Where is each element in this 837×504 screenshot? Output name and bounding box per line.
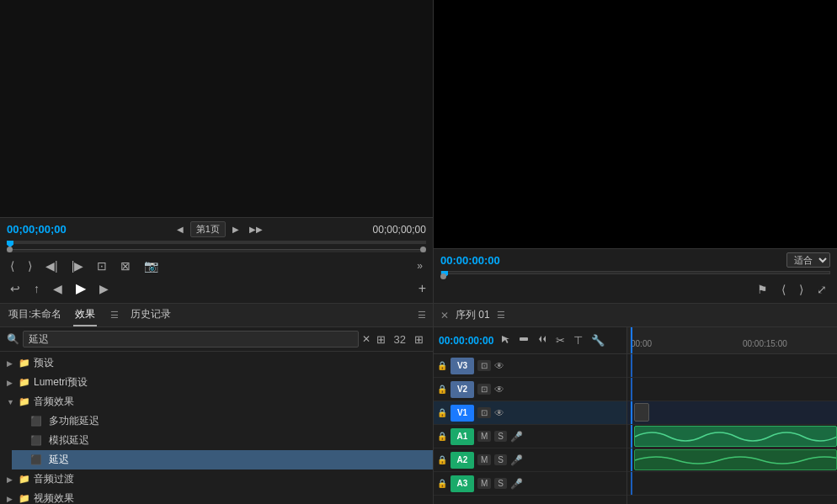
timeline-menu-button[interactable]: ☰ bbox=[497, 310, 505, 321]
track-v3-lock[interactable]: 🔒 bbox=[437, 361, 447, 370]
tab-history[interactable]: 历史记录 bbox=[129, 304, 173, 326]
page-forward-button[interactable]: ▶▶ bbox=[246, 223, 266, 236]
search-tool-1[interactable]: ⊞ bbox=[374, 332, 388, 347]
right-fullscreen-button[interactable]: ⤢ bbox=[813, 281, 830, 298]
track-a1-s[interactable]: S bbox=[494, 431, 507, 442]
timeline-header: ✕ 序列 01 ☰ bbox=[434, 304, 837, 327]
track-v2-label[interactable]: V2 bbox=[450, 381, 474, 398]
track-a1-mic[interactable]: 🎤 bbox=[510, 431, 523, 443]
step-fwd-button[interactable]: ▶ bbox=[96, 280, 112, 297]
more-controls-button[interactable]: » bbox=[413, 258, 426, 273]
track-list: 🔒 V3 ⊡ 👁 🔒 V2 ⊡ 👁 bbox=[434, 354, 626, 504]
tab-effects[interactable]: 效果 bbox=[73, 304, 97, 326]
folder-icon-preset: 📁 bbox=[19, 358, 30, 369]
track-a2-s[interactable]: S bbox=[494, 454, 507, 465]
track-a3-lock[interactable]: 🔒 bbox=[437, 479, 447, 488]
tree-item-preset[interactable]: ▶ 📁 预设 bbox=[0, 353, 433, 373]
tl-tool-rate[interactable] bbox=[536, 333, 549, 347]
overwrite-button[interactable]: ⊠ bbox=[117, 257, 134, 274]
tl-a1-playhead bbox=[631, 425, 632, 448]
panel-menu-button[interactable]: ☰ bbox=[418, 310, 426, 321]
left-timecode-right: 00;00;00;00 bbox=[373, 224, 426, 236]
track-a3-mic[interactable]: 🎤 bbox=[510, 478, 523, 490]
right-mark-button[interactable]: ⚑ bbox=[754, 281, 771, 298]
tl-a1-clip[interactable] bbox=[634, 426, 837, 447]
tl-a2-clip[interactable] bbox=[634, 449, 837, 470]
tl-tool-wrench[interactable]: 🔧 bbox=[589, 333, 606, 347]
track-row-a3: 🔒 A3 M S 🎤 bbox=[434, 472, 626, 496]
track-a3-s[interactable]: S bbox=[494, 478, 507, 489]
right-in-button[interactable]: ⟨ bbox=[778, 281, 789, 298]
tl-tool-select[interactable] bbox=[498, 333, 512, 347]
tree-arrow-audio-effects: ▼ bbox=[7, 398, 15, 406]
track-v3-label[interactable]: V3 bbox=[450, 358, 474, 374]
track-a1-m[interactable]: M bbox=[477, 431, 491, 442]
tl-timecode[interactable]: 00:00:00:00 bbox=[439, 335, 493, 347]
track-v3-sync[interactable]: ⊡ bbox=[477, 360, 491, 371]
panel-tabs: 项目:未命名 效果 ☰ 历史记录 ☰ bbox=[0, 304, 433, 327]
export-button[interactable]: ↑ bbox=[30, 280, 43, 297]
tl-track-v1 bbox=[627, 401, 837, 425]
play-button[interactable]: ▶ bbox=[72, 279, 89, 298]
search-input[interactable] bbox=[23, 331, 359, 347]
tree-arrow-audio-trans: ▶ bbox=[7, 475, 15, 484]
tl-tool-ripple[interactable] bbox=[517, 333, 530, 347]
track-a2-label[interactable]: A2 bbox=[450, 452, 474, 469]
tree-item-multifunction-delay[interactable]: ⬛ 多功能延迟 bbox=[12, 411, 433, 431]
ruler-label-0: 00:00 bbox=[631, 339, 652, 348]
right-out-button[interactable]: ⟩ bbox=[796, 281, 807, 298]
track-a1-lock[interactable]: 🔒 bbox=[437, 432, 447, 441]
tree-item-delay[interactable]: ⬛ 延迟 bbox=[12, 450, 433, 470]
track-v1-eye[interactable]: 👁 bbox=[494, 407, 504, 419]
tl-tool-slip[interactable]: ⊤ bbox=[572, 333, 584, 347]
step-back-button[interactable]: ◀ bbox=[50, 280, 66, 297]
search-clear-button[interactable]: ✕ bbox=[362, 333, 371, 345]
fit-select[interactable]: 适合 bbox=[786, 252, 830, 268]
track-a2-mic[interactable]: 🎤 bbox=[510, 454, 523, 466]
track-a1-label[interactable]: A1 bbox=[450, 428, 474, 445]
file-icon-delay: ⬛ bbox=[30, 454, 42, 465]
add-button[interactable]: + bbox=[418, 281, 426, 296]
track-v2-sync[interactable]: ⊡ bbox=[477, 384, 491, 395]
search-tool-2[interactable]: 32 bbox=[392, 332, 408, 347]
tree-item-audio-effects[interactable]: ▼ 📁 音频效果 bbox=[0, 392, 433, 411]
track-a2-lock[interactable]: 🔒 bbox=[437, 455, 447, 464]
loop-button[interactable]: ↩ bbox=[7, 280, 24, 297]
tree-item-video-effects[interactable]: ▶ 📁 视频效果 bbox=[0, 489, 433, 504]
tree-item-audio-trans[interactable]: ▶ 📁 音频过渡 bbox=[0, 470, 433, 489]
track-v3-eye[interactable]: 👁 bbox=[494, 360, 504, 372]
export-frame-button[interactable]: 📷 bbox=[141, 257, 162, 274]
track-v1-lock[interactable]: 🔒 bbox=[437, 408, 447, 417]
page-label[interactable]: 第1页 bbox=[190, 221, 226, 237]
search-tool-3[interactable]: ⊞ bbox=[412, 332, 426, 347]
go-out-button[interactable]: |▶ bbox=[68, 257, 88, 274]
tree-item-analog-delay[interactable]: ⬛ 模拟延迟 bbox=[12, 431, 433, 450]
track-v2-lock[interactable]: 🔒 bbox=[437, 385, 447, 394]
page-prev-button[interactable]: ◀ bbox=[173, 223, 187, 236]
tab-project[interactable]: 项目:未命名 bbox=[7, 304, 63, 326]
timeline-body: 00:00:00:00 ✂ ⊤ 🔧 bbox=[434, 327, 837, 504]
ruler-label-15: 00:00:15:00 bbox=[743, 339, 787, 348]
tree-label-audio-trans: 音频过渡 bbox=[34, 472, 74, 486]
search-icon: 🔍 bbox=[7, 333, 19, 345]
mark-out-button[interactable]: ⟩ bbox=[24, 257, 35, 274]
right-timecode[interactable]: 00:00:00:00 bbox=[440, 254, 500, 267]
tree-label-video-effects: 视频效果 bbox=[34, 491, 74, 504]
timeline-close-button[interactable]: ✕ bbox=[440, 310, 449, 321]
effects-tab-menu-icon[interactable]: ☰ bbox=[110, 310, 119, 321]
page-next-button[interactable]: ▶ bbox=[229, 223, 243, 236]
mark-in-button[interactable]: ⟨ bbox=[7, 257, 18, 274]
track-a3-label[interactable]: A3 bbox=[450, 475, 474, 492]
left-timecode[interactable]: 00;00;00;00 bbox=[7, 223, 67, 236]
insert-button[interactable]: ⊡ bbox=[93, 257, 110, 274]
left-preview-controls: 00;00;00;00 ◀ 第1页 ▶ ▶▶ 00;00;00;00 bbox=[0, 217, 433, 303]
track-a3-m[interactable]: M bbox=[477, 478, 491, 489]
go-in-button[interactable]: ◀| bbox=[42, 257, 61, 274]
tree-item-lumetri[interactable]: ▶ 📁 Lumetri预设 bbox=[0, 373, 433, 392]
track-a2-m[interactable]: M bbox=[477, 454, 491, 465]
tl-v3-playhead bbox=[631, 354, 632, 377]
track-v1-sync[interactable]: ⊡ bbox=[477, 407, 491, 418]
track-v1-label[interactable]: V1 bbox=[450, 405, 474, 422]
track-v2-eye[interactable]: 👁 bbox=[494, 384, 504, 395]
tl-tool-razor[interactable]: ✂ bbox=[554, 333, 567, 347]
